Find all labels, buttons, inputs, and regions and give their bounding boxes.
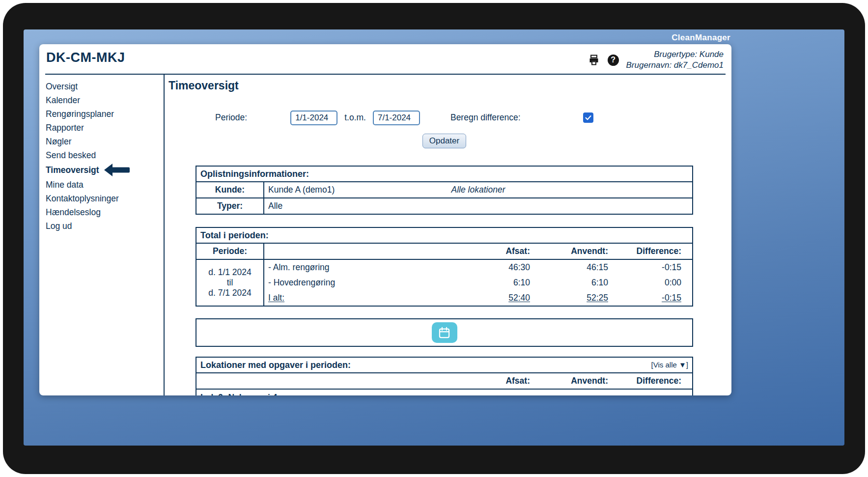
vis-alle-toggle[interactable]: [Vis alle ▼] xyxy=(651,360,688,370)
device-frame: CleanManager DK-CM-MKJ ? xyxy=(3,3,865,474)
col-anvendt: Anvendt: xyxy=(541,244,619,259)
sidebar-item-nogler[interactable]: Nøgler xyxy=(46,135,164,148)
section-title: Timeoversigt xyxy=(168,79,725,92)
sidebar-item-oversigt[interactable]: Oversigt xyxy=(46,80,164,93)
table-row: - Hovedrengøring 6:10 6:10 0:00 xyxy=(264,275,692,290)
kunde-label: Kunde: xyxy=(196,182,264,197)
periode-from-input[interactable] xyxy=(290,111,337,125)
sidebar-item-kontaktoplysninger[interactable]: Kontaktoplysninger xyxy=(46,192,164,205)
col-periode: Periode: xyxy=(196,244,264,259)
col-afsat: Afsat: xyxy=(467,373,541,389)
period-filter: Periode: t.o.m. Beregn difference: xyxy=(196,110,693,125)
table-row: Typer: Alle xyxy=(196,198,692,214)
col-desc xyxy=(264,244,467,259)
beregn-difference-checkbox[interactable] xyxy=(583,112,593,123)
tom-label: t.o.m. xyxy=(344,112,366,123)
beregn-difference-label: Beregn difference: xyxy=(450,112,521,123)
window-header: DK-CM-MKJ ? Brugertype: Kunde xyxy=(39,44,731,71)
brand-logo: CleanManager xyxy=(672,33,730,43)
user-type: Brugertype: Kunde xyxy=(626,49,724,60)
calendar-button[interactable] xyxy=(432,322,457,343)
col-desc xyxy=(196,373,467,389)
sidebar-item-timeoversigt[interactable]: Timeoversigt xyxy=(46,162,164,178)
kunde-value-cell: Kunde A (demo1) Alle lokationer xyxy=(264,182,692,197)
table-row: - Alm. rengøring 46:30 46:15 -0:15 xyxy=(264,260,692,275)
user-name: Brugernavn: dk7_Cdemo1 xyxy=(626,60,724,71)
calendar-icon xyxy=(438,326,451,339)
kunde-value: Kunde A (demo1) xyxy=(268,185,335,195)
locations-table: Lokationer med opgaver i perioden: [Vis … xyxy=(196,357,693,395)
col-anvendt: Anvendt: xyxy=(541,373,619,389)
typer-value-cell: Alle xyxy=(264,198,692,214)
print-icon[interactable] xyxy=(588,54,600,66)
page-title: DK-CM-MKJ xyxy=(46,49,125,66)
active-item-arrow-icon xyxy=(104,164,130,176)
col-difference: Difference: xyxy=(619,244,692,259)
opdater-button[interactable]: Opdater xyxy=(422,134,466,148)
location-row-label: Lok 2: Nyborgvej 4 xyxy=(196,390,692,395)
table-row: Kunde: Kunde A (demo1) Alle lokationer xyxy=(196,182,692,198)
sidebar-item-mine-data[interactable]: Mine data xyxy=(46,178,164,192)
period-cell: d. 1/1 2024 til d. 7/1 2024 xyxy=(196,260,264,306)
total-row: I alt: 52:40 52:25 -0:15 xyxy=(264,290,692,306)
info-table-title: Oplistningsinformationer: xyxy=(196,167,692,182)
typer-label: Typer: xyxy=(196,198,264,214)
sidebar-item-label: Timeoversigt xyxy=(46,165,99,175)
help-icon[interactable]: ? xyxy=(607,54,619,66)
info-table: Oplistningsinformationer: Kunde: Kunde A… xyxy=(196,166,693,215)
locations-table-title: Lokationer med opgaver i perioden: [Vis … xyxy=(196,358,692,373)
desktop-background: CleanManager DK-CM-MKJ ? xyxy=(24,29,844,446)
locations-table-column-headers: Afsat: Anvendt: Difference: xyxy=(196,373,692,390)
sidebar-item-send-besked[interactable]: Send besked xyxy=(46,148,164,162)
col-difference: Difference: xyxy=(619,373,692,389)
sidebar: Oversigt Kalender Rengøringsplaner Rappo… xyxy=(39,75,165,395)
total-table-title: Total i perioden: xyxy=(196,228,692,244)
typer-value: Alle xyxy=(268,201,282,211)
sidebar-item-rapporter[interactable]: Rapporter xyxy=(46,121,164,135)
sidebar-item-haendelseslog[interactable]: Hændelseslog xyxy=(46,205,164,219)
total-table: Total i perioden: Periode: Afsat: Anvend… xyxy=(196,227,693,307)
periode-to-input[interactable] xyxy=(373,111,420,125)
alle-lokationer-note: Alle lokationer xyxy=(451,185,505,195)
app-window: DK-CM-MKJ ? Brugertype: Kunde xyxy=(39,44,731,395)
periode-label: Periode: xyxy=(215,112,247,123)
col-afsat: Afsat: xyxy=(467,244,541,259)
sidebar-item-kalender[interactable]: Kalender xyxy=(46,93,164,107)
total-table-column-headers: Periode: Afsat: Anvendt: Difference: xyxy=(196,244,692,260)
user-info: Brugertype: Kunde Brugernavn: dk7_Cdemo1 xyxy=(626,49,724,71)
sidebar-item-rengoringsplaner[interactable]: Rengøringsplaner xyxy=(46,107,164,121)
calendar-box xyxy=(196,318,693,347)
sidebar-item-log-ud[interactable]: Log ud xyxy=(46,219,164,233)
main-content: Timeoversigt Periode: t.o.m. Beregn diff… xyxy=(165,75,731,395)
check-icon xyxy=(585,114,592,121)
